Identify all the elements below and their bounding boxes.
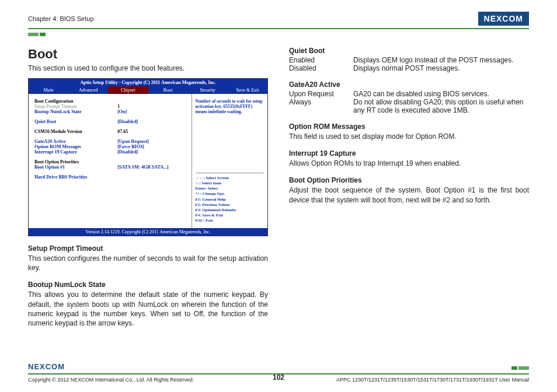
ga20-al-k: Always bbox=[289, 98, 353, 114]
bios-tab-main: Main bbox=[29, 86, 68, 94]
bios-int19-val: [Disabled] bbox=[117, 149, 185, 155]
bios-footer: Version 2.14.1219. Copyright (C) 2011 Am… bbox=[29, 228, 267, 236]
bios-numlock-val: [On] bbox=[117, 109, 185, 114]
bios-help-keys: →←: Select Screen ↑↓: Select Item Enter:… bbox=[196, 176, 264, 223]
bios-setup-prompt: Setup Prompt Timeout bbox=[34, 104, 117, 109]
footer-logo: NEXCOM bbox=[28, 362, 529, 371]
bios-setup-prompt-val: 1 bbox=[117, 104, 185, 109]
bios-boot-config: Boot Configuration bbox=[34, 99, 117, 104]
quiet-di-v: Displays normal POST messages. bbox=[353, 64, 529, 72]
chapter-label: Chapter 4: BIOS Setup bbox=[28, 15, 94, 22]
nexcom-logo: NEXCOM bbox=[478, 12, 529, 26]
bios-quiet-val: [Disabled] bbox=[117, 119, 185, 124]
bios-ga20-val: [Upon Request] bbox=[117, 139, 185, 144]
page-title: Boot bbox=[28, 47, 268, 62]
numlock-h: Bootup NumLock State bbox=[28, 281, 268, 289]
bios-tabs: Main Advanced Chipset Boot Security Save… bbox=[29, 86, 267, 94]
setup-prompt-p: This section configures the number of se… bbox=[28, 254, 268, 272]
quiet-di-k: Disabled bbox=[289, 64, 353, 72]
bios-numlock: Bootup NumLock State bbox=[34, 109, 117, 114]
bios-screenshot: Aptio Setup Utility - Copyright (C) 2011… bbox=[28, 78, 268, 236]
ga20-ur-v: GA20 can be disabled using BIOS services… bbox=[353, 90, 529, 98]
quiet-h: Quiet Boot bbox=[289, 47, 529, 55]
manual-ref: APPC 1230T/1231T/1235T/1530T/1531T/1730T… bbox=[336, 377, 529, 383]
bios-title: Aptio Setup Utility - Copyright (C) 2011… bbox=[29, 79, 267, 86]
bios-tab-security: Security bbox=[188, 86, 228, 94]
int19-h: Interrupt 19 Capture bbox=[289, 149, 529, 158]
bios-bopri: Boot Option Priorities bbox=[34, 159, 117, 164]
bios-tab-chipset: Chipset bbox=[108, 86, 148, 94]
bopri-h: Boot Option Priorities bbox=[289, 176, 529, 184]
bopri-p: Adjust the boot sequence of the system. … bbox=[289, 186, 529, 204]
bios-tab-save: Save & Exit bbox=[228, 86, 267, 94]
setup-prompt-h: Setup Prompt Timeout bbox=[28, 244, 268, 253]
bios-csm-val: 07.65 bbox=[117, 129, 185, 134]
quiet-en-v: Displays OEM logo instead of the POST me… bbox=[353, 56, 529, 64]
numlock-p: This allows you to determine the default… bbox=[28, 290, 268, 328]
orom-h: Option ROM Messages bbox=[289, 123, 529, 131]
bios-tab-boot: Boot bbox=[148, 86, 188, 94]
bios-orom: Option ROM Messages bbox=[34, 144, 117, 149]
quiet-en-k: Enabled bbox=[289, 56, 353, 64]
bios-hdbbs: Hard Drive BBS Priorities bbox=[34, 174, 117, 180]
bios-tab-advanced: Advanced bbox=[68, 86, 108, 94]
intro-text: This section is used to configure the bo… bbox=[28, 64, 268, 72]
bios-ga20: GateA20 Active bbox=[34, 139, 117, 144]
orom-p: This field is used to set display mode f… bbox=[289, 132, 529, 141]
bios-orom-val: [Force BIOS] bbox=[117, 144, 185, 149]
bios-int19: Interrupt 19 Capture bbox=[34, 149, 117, 155]
bios-help-top: Number of seconds to wait for setup acti… bbox=[196, 99, 264, 114]
int19-p: Allows Option ROMs to trap Interrupt 19 … bbox=[289, 159, 529, 168]
ga20-al-v: Do not allow disabling GA20; this option… bbox=[353, 98, 529, 114]
bios-bo1: Boot Option #1 bbox=[34, 164, 117, 170]
decoration-ticks bbox=[28, 33, 529, 36]
page-number: 102 bbox=[273, 373, 284, 382]
bios-bo1-val: [SATA SM: 4GB SATA...] bbox=[117, 164, 185, 170]
ga20-h: GateA20 Active bbox=[289, 80, 529, 89]
copyright: Copyright © 2012 NEXCOM International Co… bbox=[28, 377, 194, 383]
bios-quiet: Quiet Boot bbox=[34, 119, 117, 124]
ga20-ur-k: Upon Request bbox=[289, 90, 353, 98]
footer-ticks bbox=[511, 366, 529, 370]
bios-csm: CSM16 Module Version bbox=[34, 129, 117, 134]
